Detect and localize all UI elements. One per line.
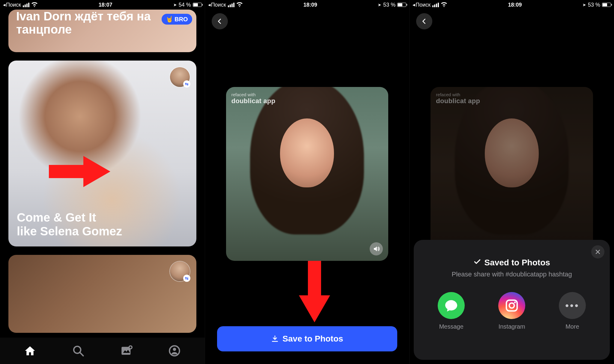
back-to-app[interactable]: Поиск (413, 2, 431, 8)
cell-signal-icon (432, 3, 439, 7)
bro-badge[interactable]: 🤘 BRO (162, 14, 192, 25)
download-icon (271, 335, 279, 343)
feed[interactable]: Ivan Dorn ждёт тебя на танцполе 🤘 BRO ⇆ … (0, 10, 205, 338)
status-time: 18:09 (508, 2, 522, 8)
status-time: 18:09 (303, 2, 317, 8)
battery-percent: 54 % (179, 2, 191, 8)
instagram-icon (498, 292, 525, 319)
share-sheet: Saved to Photos Please share with #doubl… (414, 240, 610, 360)
wifi-icon (31, 1, 38, 8)
svg-point-8 (514, 302, 516, 303)
share-label: Instagram (499, 323, 525, 330)
share-message[interactable]: Message (438, 292, 465, 330)
result-preview: refaced with doublicat app (431, 87, 593, 261)
screen-result: Поиск 18:09 ➤ 53 % refaced with doublica… (205, 0, 410, 364)
swap-icon: ⇆ (183, 80, 190, 88)
more-icon: ••• (559, 292, 586, 319)
wifi-icon (236, 1, 243, 8)
saved-subtitle: Please share with #doublicatapp hashtag (421, 270, 603, 278)
tab-profile[interactable] (166, 343, 183, 359)
bro-label: BRO (174, 16, 188, 23)
preview-face (280, 118, 334, 187)
tab-bar (0, 338, 205, 364)
location-icon: ➤ (378, 2, 381, 7)
location-icon: ➤ (173, 2, 177, 7)
svg-point-5 (173, 348, 176, 351)
saved-title: Saved to Photos (484, 258, 550, 267)
annotation-arrow-icon (297, 261, 332, 324)
location-icon: ➤ (583, 2, 586, 7)
tab-search[interactable] (70, 343, 86, 359)
wifi-icon (441, 1, 447, 8)
svg-rect-6 (506, 300, 517, 311)
battery-percent: 53 % (383, 2, 395, 8)
annotation-arrow-icon (49, 154, 112, 189)
battery-icon (193, 3, 202, 7)
check-icon (473, 258, 481, 267)
user-face-badge[interactable]: ⇆ (170, 261, 190, 281)
watermark: refaced with doublicat app (436, 92, 480, 105)
result-preview[interactable]: refaced with doublicat app (226, 87, 389, 261)
back-button[interactable] (212, 13, 228, 29)
close-button[interactable] (591, 245, 604, 258)
card-selena[interactable]: ⇆ Come & Get It like Selena Gomez (8, 61, 196, 246)
share-label: Message (439, 323, 463, 330)
tab-add[interactable] (118, 343, 135, 359)
battery-icon (602, 3, 611, 7)
watermark: refaced with doublicat app (231, 92, 276, 105)
back-to-app[interactable]: Поиск (208, 2, 226, 8)
card-ivan-dorn[interactable]: Ivan Dorn ждёт тебя на танцполе 🤘 BRO (8, 10, 196, 52)
back-button[interactable] (416, 13, 432, 29)
message-icon (438, 292, 465, 319)
status-bar: Поиск 18:09 ➤ 53 % (205, 0, 410, 10)
status-bar: Поиск 18:09 ➤ 53 % (410, 0, 614, 10)
card-title: Come & Get It like Selena Gomez (17, 210, 188, 238)
cell-signal-icon (23, 3, 29, 7)
sound-toggle[interactable] (370, 242, 383, 255)
card-title: Ivan Dorn ждёт тебя на танцполе (16, 10, 163, 36)
saved-confirmation: Saved to Photos (421, 258, 603, 267)
swap-icon: ⇆ (183, 275, 190, 282)
screen-share: Поиск 18:09 ➤ 53 % refaced with doublica… (409, 0, 614, 364)
preview-face (485, 118, 539, 187)
save-label: Save to Photos (282, 334, 343, 344)
screen-feed: Поиск 18:07 ➤ 54 % Ivan Dorn ждёт тебя н… (0, 0, 205, 364)
svg-line-1 (80, 353, 83, 356)
back-to-app[interactable]: Поиск (3, 2, 21, 8)
card-third[interactable]: ⇆ (8, 255, 196, 333)
status-time: 18:07 (99, 2, 112, 8)
share-label: More (565, 323, 579, 330)
battery-percent: 53 % (588, 2, 600, 8)
status-bar: Поиск 18:07 ➤ 54 % (0, 0, 205, 10)
cell-signal-icon (228, 3, 234, 7)
user-face-badge[interactable]: ⇆ (170, 67, 190, 87)
battery-icon (397, 3, 406, 7)
share-more[interactable]: ••• More (559, 292, 586, 330)
horns-icon: 🤘 (166, 16, 173, 23)
tab-home[interactable] (22, 343, 38, 359)
svg-point-7 (509, 303, 514, 308)
save-to-photos-button[interactable]: Save to Photos (217, 326, 398, 351)
share-instagram[interactable]: Instagram (498, 292, 525, 330)
